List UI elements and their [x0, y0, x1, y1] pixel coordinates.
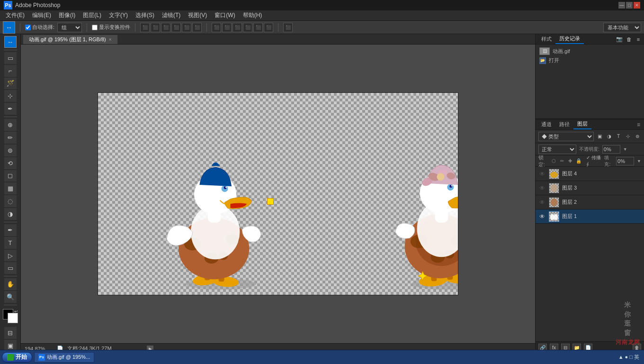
blur-tool[interactable]: ◌: [4, 195, 17, 207]
history-new-snapshot-btn[interactable]: 📷: [616, 36, 623, 43]
lock-all-icon[interactable]: 🔒: [576, 158, 581, 164]
blend-mode-select[interactable]: 正常 溶解 正片叠底: [538, 145, 576, 154]
layer-item-2[interactable]: 👁 图层 2: [536, 195, 644, 209]
quick-mask-btn[interactable]: ⊟: [4, 327, 17, 339]
selection-tool[interactable]: ▭: [4, 52, 17, 64]
lock-position-icon[interactable]: ✏: [559, 158, 564, 164]
align-middle-btn[interactable]: ⬛: [182, 23, 191, 32]
history-menu-btn[interactable]: ≡: [635, 36, 642, 43]
menu-edit[interactable]: 编辑(E): [28, 10, 55, 20]
color-indicator[interactable]: ↩: [3, 309, 18, 323]
layer-1-visibility-btn[interactable]: 👁: [538, 213, 546, 220]
layer-type-select[interactable]: ◆ 类型 名称 效果: [538, 132, 594, 141]
workspace-select[interactable]: 基本功能 摄影 绘画: [603, 23, 641, 32]
filter-adjust-btn[interactable]: ◑: [605, 133, 613, 140]
dist-3-btn[interactable]: ⬛: [233, 23, 242, 32]
zoom-tool[interactable]: 🔍: [4, 291, 17, 303]
canvas-viewport[interactable]: [21, 45, 535, 343]
history-brush-tool[interactable]: ⟲: [4, 157, 17, 169]
ps-taskbar-item[interactable]: Ps 动画.gif @ 195%...: [34, 352, 94, 363]
tab-channels[interactable]: 通道: [537, 120, 555, 129]
dist-5-btn[interactable]: ⬛: [253, 23, 263, 32]
crop-tool[interactable]: ⊹: [4, 90, 17, 102]
lock-pixels-icon[interactable]: ⬡: [551, 158, 556, 164]
menu-text[interactable]: 文字(Y): [105, 10, 132, 20]
filter-smart-btn[interactable]: ⊚: [634, 133, 641, 140]
eraser-tool[interactable]: ◻: [4, 170, 17, 182]
document-canvas[interactable]: [98, 92, 458, 295]
lock-move-icon[interactable]: ✚: [567, 158, 572, 164]
tab-history[interactable]: 历史记录: [555, 34, 584, 44]
path-select-tool[interactable]: ▷: [4, 250, 17, 262]
history-item-open[interactable]: 📂 打开: [537, 56, 642, 65]
dist-2-btn[interactable]: ⬛: [222, 23, 232, 32]
layer-item-1[interactable]: 👁 图层 1: [536, 209, 644, 224]
auto-align-btn[interactable]: ⬛: [283, 23, 293, 32]
filter-text-btn[interactable]: T: [615, 133, 622, 140]
group-select[interactable]: 组 图层: [57, 23, 82, 32]
quick-select-tool[interactable]: 🪄: [4, 78, 17, 90]
maximize-btn[interactable]: □: [626, 2, 633, 9]
menu-image[interactable]: 图像(I): [55, 10, 79, 20]
dist-1-btn[interactable]: ⬛: [212, 23, 221, 32]
dist-4-btn[interactable]: ⬛: [243, 23, 252, 32]
dodge-tool[interactable]: ◑: [4, 208, 17, 220]
auto-select-checkbox[interactable]: [25, 25, 31, 30]
move-tool-option[interactable]: ↔: [3, 21, 15, 34]
pen-tool[interactable]: ✒: [4, 224, 17, 236]
tab-styles[interactable]: 样式: [537, 35, 555, 44]
document-tab[interactable]: 动画.gif @ 195% (图层 1, RGB/8) ×: [23, 35, 118, 44]
hand-tool[interactable]: ✋: [4, 278, 17, 290]
layer-2-visibility-btn[interactable]: 👁: [538, 199, 546, 206]
dist-6-btn[interactable]: ⬛: [264, 23, 273, 32]
tab-paths[interactable]: 路径: [555, 120, 573, 129]
filter-shape-btn[interactable]: ⊹: [624, 133, 632, 140]
minimize-btn[interactable]: —: [618, 2, 625, 9]
align-right-btn[interactable]: ⬛: [161, 23, 170, 32]
filter-pixel-btn[interactable]: ▣: [596, 133, 603, 140]
auto-select-label: 自动选择:: [32, 24, 54, 31]
fill-input[interactable]: [616, 157, 634, 165]
align-left-btn[interactable]: ⬛: [140, 23, 150, 32]
tab-close-btn[interactable]: ×: [109, 37, 112, 42]
background-color[interactable]: [8, 313, 18, 323]
start-button[interactable]: 开始: [2, 352, 32, 363]
menu-window[interactable]: 窗口(W): [211, 10, 239, 20]
menu-view[interactable]: 视图(V): [184, 10, 211, 20]
align-center-btn[interactable]: ⬛: [151, 23, 160, 32]
window-controls[interactable]: — □ ✕: [618, 2, 640, 9]
shape-tool[interactable]: ▭: [4, 262, 17, 274]
fill-arrow[interactable]: ▼: [637, 159, 641, 164]
tab-layers[interactable]: 图层: [573, 119, 591, 129]
brush-tool[interactable]: ✏: [4, 132, 17, 144]
switch-colors-icon[interactable]: ↩: [14, 309, 18, 314]
layer-item-4[interactable]: 👁 图层 4: [536, 167, 644, 181]
history-trash-btn[interactable]: 🗑: [625, 36, 633, 43]
text-tool[interactable]: T: [4, 237, 17, 249]
layer-4-visibility-btn[interactable]: 👁: [538, 170, 546, 178]
history-list: 🖼 动画.gif 📂 打开: [536, 45, 644, 118]
clone-tool[interactable]: ⊚: [4, 145, 17, 156]
heal-tool[interactable]: ⊕: [4, 119, 17, 131]
align-bottom-btn[interactable]: ⬛: [192, 23, 202, 32]
transform-checkbox[interactable]: [92, 25, 98, 30]
opacity-input[interactable]: [602, 145, 620, 154]
move-tool[interactable]: ↔: [4, 36, 17, 48]
lasso-tool[interactable]: ⌐: [4, 65, 17, 77]
tool-sep-2: [4, 117, 17, 117]
gradient-tool[interactable]: ▦: [4, 182, 17, 194]
layers-panel-menu-btn[interactable]: ≡: [635, 121, 642, 128]
layer-3-visibility-btn[interactable]: 👁: [538, 184, 546, 192]
menu-file[interactable]: 文件(E): [2, 10, 28, 20]
menu-help[interactable]: 帮助(H): [239, 10, 266, 20]
layer-item-3[interactable]: 👁 图层 3: [536, 181, 644, 195]
menu-layer[interactable]: 图层(L): [79, 10, 105, 20]
history-item-file[interactable]: 🖼 动画.gif: [537, 46, 642, 56]
align-top-btn[interactable]: ⬛: [171, 23, 181, 32]
close-btn[interactable]: ✕: [634, 2, 640, 9]
menu-filter[interactable]: 滤镜(T): [158, 10, 184, 20]
taskbar: 开始 Ps 动画.gif @ 195%... ▲ ● □ 英: [0, 350, 644, 364]
menu-select[interactable]: 选择(S): [132, 10, 158, 20]
eyedropper-tool[interactable]: ✒: [4, 103, 17, 115]
opacity-arrow[interactable]: ▼: [623, 147, 627, 152]
